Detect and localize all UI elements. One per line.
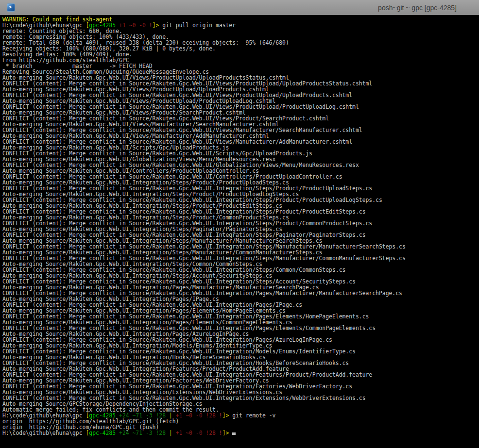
powershell-icon: > — [7, 3, 15, 12]
terminal-line: H:\code\github\ehuna\gpc [gpc-4285 +24 ~… — [2, 430, 479, 436]
cursor — [232, 432, 236, 435]
titlebar[interactable]: > posh~git ~ gpc [gpc-4285] — [0, 0, 479, 15]
window-title: posh~git ~ gpc [gpc-4285] — [378, 4, 479, 12]
console-window: > posh~git ~ gpc [gpc-4285] WARNING: Cou… — [0, 0, 479, 448]
terminal-output[interactable]: WARNING: Could not find ssh-agentH:\code… — [0, 15, 479, 448]
